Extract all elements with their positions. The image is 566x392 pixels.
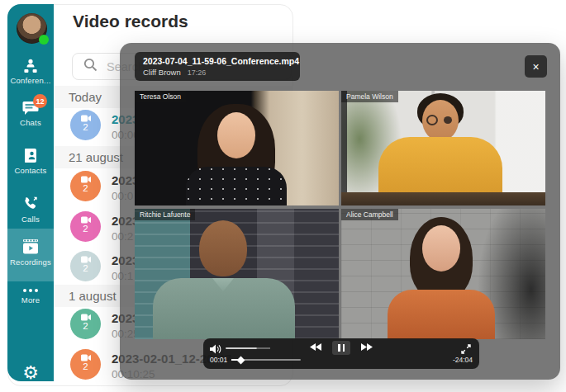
forward-icon[interactable] <box>361 343 373 352</box>
camera-icon <box>81 216 91 224</box>
sidebar: Conferen... 12 Chats <box>7 4 54 381</box>
sidebar-item-label: Chats <box>20 118 41 127</box>
progress-handle[interactable] <box>237 356 245 364</box>
camera-icon <box>81 256 91 263</box>
chats-icon: 12 <box>22 100 39 116</box>
player-owner: Cliff Brown <box>143 68 181 77</box>
sidebar-item-label: Contacts <box>14 166 46 175</box>
camera-icon <box>81 176 91 183</box>
sidebar-item-conference[interactable]: Conferen... <box>7 59 54 85</box>
contacts-icon <box>23 148 38 163</box>
online-status-dot <box>39 35 49 45</box>
player-recorded-time: 17:26 <box>188 68 207 77</box>
progress-bar[interactable] <box>231 359 301 361</box>
page-title: Video records <box>73 12 188 31</box>
recording-avatar: 2 <box>70 309 101 339</box>
player-controls: 00:01 -24:04 <box>203 338 479 369</box>
remaining-time: -24:04 <box>453 356 473 364</box>
sidebar-item-label: Recordings <box>10 257 51 267</box>
recording-avatar: 2 <box>70 251 101 281</box>
chats-badge: 12 <box>33 94 47 108</box>
recording-avatar: 2 <box>70 349 101 380</box>
rewind-icon[interactable] <box>310 343 321 352</box>
sidebar-item-label: More <box>21 295 40 305</box>
video-tile-ritchie: Ritchie Lafuente <box>135 209 339 339</box>
player-filename: 2023-07-04_11-59-06_Conference.mp4 <box>143 56 292 66</box>
participant-grid: Teresa Olson Pamela Wilson Ritchie Lafue… <box>135 91 545 339</box>
settings-gear-icon[interactable]: ⚙ <box>7 362 54 384</box>
recording-avatar: 2 <box>70 171 101 201</box>
current-time: 00:01 <box>210 356 227 364</box>
sidebar-item-calls[interactable]: Calls <box>7 196 54 224</box>
player-file-info: 2023-07-04_11-59-06_Conference.mp4 Cliff… <box>135 52 300 81</box>
sidebar-item-chats[interactable]: 12 Chats <box>7 100 54 127</box>
pause-button[interactable] <box>332 341 350 355</box>
participant-name: Alice Campbell <box>341 209 398 220</box>
recordings-icon <box>21 239 40 255</box>
camera-icon <box>81 354 91 361</box>
participant-name: Ritchie Lafuente <box>135 209 195 220</box>
sidebar-item-more[interactable]: More <box>7 288 54 305</box>
sidebar-item-label: Calls <box>21 215 40 224</box>
conference-icon <box>22 59 39 73</box>
search-icon <box>83 58 98 75</box>
participant-name: Pamela Wilson <box>341 91 398 102</box>
video-tile-teresa: Teresa Olson <box>135 91 339 205</box>
participant-name: Teresa Olson <box>135 91 186 102</box>
calls-icon <box>22 196 39 212</box>
recording-avatar: 2 <box>70 110 101 140</box>
recording-avatar: 2 <box>70 211 101 242</box>
video-tile-alice: Alice Campbell <box>341 209 545 339</box>
video-player-modal: 2023-07-04_11-59-06_Conference.mp4 Cliff… <box>120 43 560 380</box>
sidebar-item-label: Conferen... <box>10 76 50 85</box>
sidebar-item-contacts[interactable]: Contacts <box>7 148 54 175</box>
more-icon <box>22 288 39 293</box>
close-icon[interactable]: × <box>525 55 547 78</box>
sidebar-item-recordings[interactable]: Recordings <box>7 239 54 267</box>
user-avatar[interactable] <box>17 13 47 44</box>
camera-icon <box>81 115 91 122</box>
app-window: Conferen... 12 Chats <box>0 0 566 392</box>
video-tile-pamela: Pamela Wilson <box>341 91 545 205</box>
camera-icon <box>81 314 91 321</box>
